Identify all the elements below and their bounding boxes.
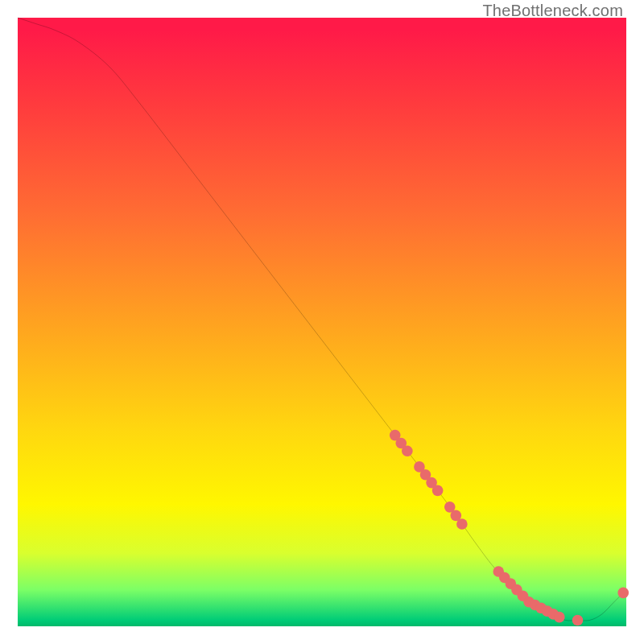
curve-marker [572,615,584,626]
curve-marker [432,485,444,497]
curve-marker [456,518,468,530]
chart-container: TheBottleneck.com [0,0,644,644]
bottleneck-curve [18,18,626,621]
plot-area [18,18,626,626]
marker-group [390,430,629,625]
curve-marker [402,445,413,456]
curve-marker [554,612,565,623]
curve-layer [18,18,626,626]
curve-marker [617,588,629,599]
